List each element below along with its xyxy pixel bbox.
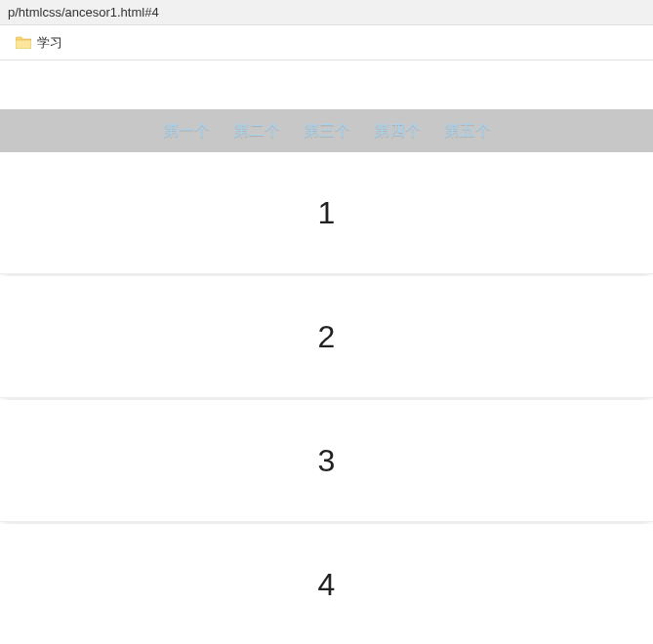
sections-container: 1 2 3 4: [0, 152, 653, 644]
nav-link-2[interactable]: 第二个: [233, 121, 280, 141]
url-text: p/htmlcss/ancesor1.html#4: [8, 5, 159, 20]
section-4: 4: [0, 524, 653, 644]
bookmark-label: 学习: [37, 34, 62, 52]
address-bar[interactable]: p/htmlcss/ancesor1.html#4: [0, 0, 653, 25]
section-number: 4: [318, 567, 336, 603]
folder-icon: [16, 36, 31, 49]
section-3: 3: [0, 400, 653, 522]
nav-bar: 第一个 第二个 第三个 第四个 第五个: [0, 109, 653, 152]
bookmarks-bar: 学习: [0, 25, 653, 60]
section-number: 2: [318, 319, 336, 355]
nav-link-1[interactable]: 第一个: [163, 121, 210, 141]
nav-link-5[interactable]: 第五个: [444, 121, 491, 141]
section-1: 1: [0, 152, 653, 274]
content-area: 第一个 第二个 第三个 第四个 第五个 1 2 3 4: [0, 60, 653, 644]
nav-link-3[interactable]: 第三个: [304, 121, 350, 141]
nav-link-4[interactable]: 第四个: [374, 121, 421, 141]
section-number: 3: [318, 443, 336, 479]
section-2: 2: [0, 276, 653, 398]
bookmark-item[interactable]: 学习: [16, 34, 62, 52]
section-number: 1: [318, 195, 336, 231]
